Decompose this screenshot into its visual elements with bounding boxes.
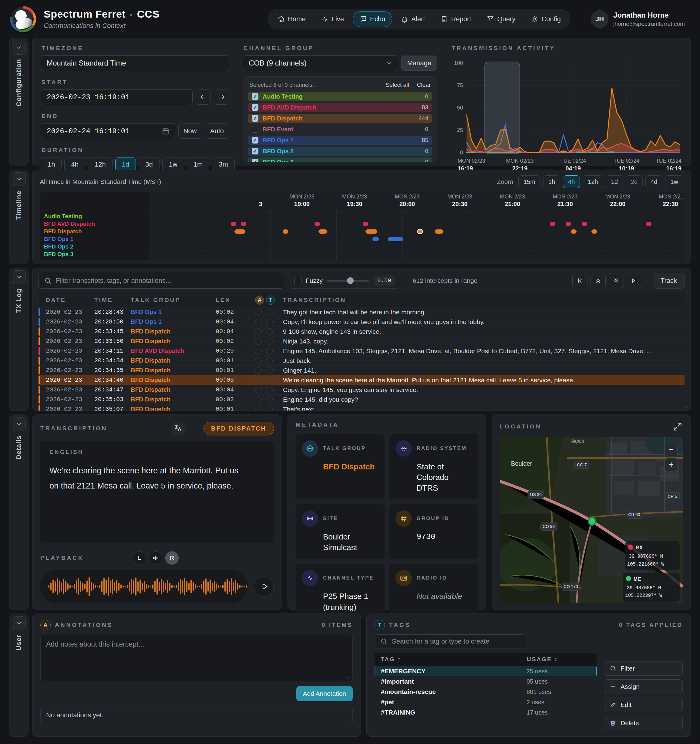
channel-row[interactable]: ✓ BFD Ops 1 85	[248, 135, 432, 145]
right-channel-button[interactable]: R	[165, 551, 178, 565]
channel-checkbox[interactable]	[252, 126, 259, 132]
jump-last-button[interactable]	[627, 273, 642, 288]
timeline-event[interactable]	[241, 222, 246, 226]
resize-grip-icon[interactable]	[682, 403, 688, 409]
jump-first-button[interactable]	[572, 273, 587, 288]
configuration-collapse-button[interactable]	[12, 41, 26, 55]
location-map[interactable]: Superior Boulder Airport CO 7 US 36 CO 9…	[500, 437, 683, 603]
fuzzy-checkbox[interactable]	[294, 277, 302, 284]
channel-row[interactable]: ✓ Audio Testing 0	[248, 92, 432, 101]
channel-row[interactable]: ✓ BFD AVD Dispatch 83	[248, 103, 432, 112]
timeline-event[interactable]	[592, 229, 597, 234]
timeline-event[interactable]	[566, 222, 571, 226]
timeline-event[interactable]	[646, 222, 651, 226]
left-channel-button[interactable]: L	[132, 551, 146, 565]
timeline-event[interactable]	[571, 229, 577, 234]
nav-item-live[interactable]: Live	[315, 11, 351, 27]
usage-col-header[interactable]: USAGE ↕	[527, 656, 590, 663]
timeline-zoom-1h[interactable]: 1h	[543, 176, 560, 188]
channel-checkbox[interactable]: ✓	[252, 148, 259, 155]
chart-selection-window[interactable]	[485, 62, 520, 154]
track-button[interactable]: Track	[653, 273, 685, 289]
timeline-zoom-2d[interactable]: 2d	[626, 176, 643, 188]
txlog-collapse-button[interactable]	[12, 270, 26, 284]
channel-checkbox[interactable]: ✓	[252, 137, 259, 143]
map-zoom-out-button[interactable]: −	[665, 443, 678, 456]
log-row[interactable]: 2026-02-23 20:34:40 BFD Dispatch 00:05 W…	[39, 375, 685, 385]
channel-group-select[interactable]: COB (9 channels)	[243, 55, 398, 71]
tag-row[interactable]: #mountain-rescue 801 uses	[375, 687, 597, 697]
tag-row[interactable]: #EMERGENCY 25 uses	[375, 666, 597, 676]
channel-checkbox[interactable]: ✓	[252, 159, 259, 162]
timeline-zoom-12h[interactable]: 12h	[583, 176, 603, 188]
log-row[interactable]: 2026-02-23 20:28:43 BFD Ops 1 00:02 They…	[39, 307, 685, 317]
tag-search-input[interactable]	[392, 637, 520, 646]
avatar[interactable]: JH	[591, 10, 608, 28]
details-collapse-button[interactable]	[12, 417, 26, 431]
end-input[interactable]: 2026-02-24 16:19:01	[41, 123, 175, 139]
add-annotation-button[interactable]: Add Annotation	[296, 686, 353, 701]
start-back-button[interactable]	[196, 89, 211, 105]
log-row[interactable]: 2026-02-23 20:33:50 BFD Dispatch 00:02 N…	[39, 336, 685, 346]
log-filter-input[interactable]	[56, 277, 278, 284]
timeline-zoom-4h[interactable]: 4h	[563, 176, 580, 188]
timeline-event[interactable]	[283, 229, 288, 234]
select-all-button[interactable]: Select all	[385, 82, 409, 88]
nav-item-home[interactable]: Home	[270, 11, 313, 27]
timeline-event[interactable]	[372, 237, 379, 241]
channel-checkbox[interactable]: ✓	[252, 104, 259, 111]
auto-button[interactable]: Auto	[205, 124, 229, 139]
log-row[interactable]: 2026-02-23 20:35:07 BFD Dispatch 00:01 T…	[39, 405, 685, 411]
tag-row[interactable]: #pet 2 uses	[375, 697, 597, 707]
timeline-event[interactable]	[366, 229, 377, 234]
start-input[interactable]: 2026-02-23 16:19:01	[41, 89, 193, 105]
timeline-event[interactable]	[235, 229, 245, 234]
log-row[interactable]: 2026-02-23 20:35:03 BFD Dispatch 00:02 E…	[39, 395, 685, 405]
expand-icon[interactable]	[672, 421, 683, 432]
channel-row[interactable]: ✓ BFD Ops 2 0	[248, 147, 432, 156]
timeline-zoom-1d[interactable]: 1d	[606, 176, 623, 188]
channel-row[interactable]: BFD Event 0	[248, 125, 432, 134]
calendar-icon[interactable]	[162, 127, 169, 135]
tag-filter-button[interactable]: Filter	[604, 661, 683, 676]
page-down-button[interactable]	[609, 273, 624, 288]
start-forward-button[interactable]	[214, 89, 229, 105]
manage-button[interactable]: Manage	[401, 55, 437, 71]
nav-item-query[interactable]: Query	[480, 11, 522, 27]
nav-item-echo[interactable]: Echo	[353, 11, 392, 27]
timeline-event[interactable]	[550, 222, 555, 226]
mute-button[interactable]	[149, 551, 162, 565]
timeline-zoom-4d[interactable]: 4d	[645, 176, 662, 188]
timeline-event[interactable]	[582, 222, 587, 226]
channel-checkbox[interactable]: ✓	[252, 115, 259, 122]
tag-row[interactable]: #important 95 uses	[375, 676, 597, 687]
log-row[interactable]: 2026-02-23 20:33:45 BFD Dispatch 00:04 9…	[39, 327, 685, 336]
user-info[interactable]: JH Jonathan Horne jhorne@spectrumferret.…	[591, 10, 691, 28]
nav-item-report[interactable]: Report	[434, 11, 478, 27]
timeline-zoom-1w[interactable]: 1w	[665, 176, 683, 188]
timeline-zoom-15m[interactable]: 15m	[518, 176, 541, 188]
channel-checkbox[interactable]: ✓	[252, 93, 259, 100]
tag-delete-button[interactable]: Delete	[604, 716, 683, 731]
timeline-event[interactable]	[417, 229, 423, 234]
channel-row[interactable]: ✓ BFD Dispatch 444	[248, 114, 432, 123]
timeline-event[interactable]	[435, 229, 444, 234]
now-button[interactable]: Now	[178, 124, 202, 139]
nav-item-alert[interactable]: Alert	[394, 11, 432, 27]
tag-assign-button[interactable]: Assign	[604, 679, 683, 694]
page-up-button[interactable]	[590, 273, 606, 288]
timeline-event[interactable]	[363, 222, 368, 226]
play-button[interactable]	[254, 576, 274, 597]
tag-row[interactable]: #TRAINING 17 uses	[375, 707, 597, 717]
timeline-event[interactable]	[318, 229, 327, 234]
nav-item-config[interactable]: Config	[524, 11, 568, 27]
annotation-textarea[interactable]: Add notes about this intercept...	[40, 635, 353, 681]
transmission-activity-chart[interactable]: 0 25 50 75 100MON 02/23 16:19MON 02/23 2…	[451, 57, 682, 178]
user-collapse-button[interactable]	[12, 616, 26, 630]
channel-row[interactable]: ✓ BFD Ops 3 0	[248, 158, 432, 162]
translate-button[interactable]	[171, 421, 185, 435]
tag-edit-button[interactable]: Edit	[604, 698, 683, 712]
col-tags-icon[interactable]: T	[266, 296, 275, 305]
fuzzy-slider[interactable]	[327, 280, 369, 281]
timeline-collapse-button[interactable]	[12, 173, 26, 186]
